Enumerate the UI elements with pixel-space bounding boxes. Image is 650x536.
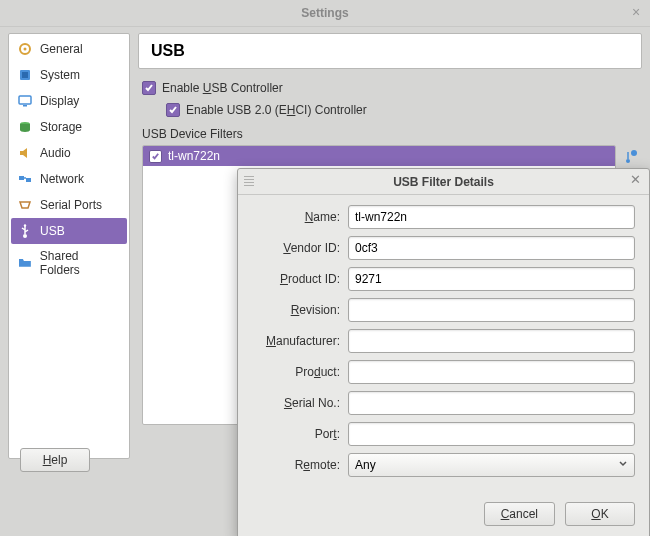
filter-item-label: tl-wn722n [168,149,220,163]
sidebar-item-serial-ports[interactable]: Serial Ports [11,192,127,218]
remote-select-value: Any [355,458,376,472]
port-label: Port: [252,427,348,441]
disk-icon [17,119,33,135]
product-id-label: Product ID: [252,272,348,286]
sidebar-item-label: Audio [40,146,71,160]
chevron-down-icon [618,458,628,472]
dialog-body: Name: Vendor ID: Product ID: Revision: M… [238,195,649,496]
gear-icon [17,41,33,57]
sidebar-item-label: Shared Folders [40,249,121,277]
svg-point-10 [24,224,26,226]
enable-ehci-label: Enable USB 2.0 (EHCI) Controller [186,103,367,117]
usb-icon [17,223,33,239]
window-close-button[interactable]: × [628,5,644,21]
sidebar-item-label: Network [40,172,84,186]
enable-ehci-checkbox[interactable] [166,103,180,117]
svg-rect-3 [22,72,28,78]
name-field[interactable] [348,205,635,229]
ok-button[interactable]: OK [565,502,635,526]
sidebar-item-shared-folders[interactable]: Shared Folders [11,244,127,282]
svg-rect-8 [26,178,31,182]
grip-icon [244,176,254,188]
enable-usb-label: Enable USB Controller [162,81,283,95]
serial-field[interactable] [348,391,635,415]
svg-rect-5 [23,105,27,107]
network-icon [17,171,33,187]
manufacturer-field[interactable] [348,329,635,353]
sidebar-item-usb[interactable]: USB [11,218,127,244]
help-button[interactable]: Help [20,448,90,472]
monitor-icon [17,93,33,109]
svg-rect-4 [19,96,31,104]
speaker-icon [17,145,33,161]
revision-label: Revision: [252,303,348,317]
svg-point-9 [23,234,27,238]
dialog-titlebar: USB Filter Details ✕ [238,169,649,195]
vendor-id-label: Vendor ID: [252,241,348,255]
sidebar-item-system[interactable]: System [11,62,127,88]
dialog-footer: Cancel OK [238,496,649,536]
sidebar-item-audio[interactable]: Audio [11,140,127,166]
chip-icon [17,67,33,83]
settings-sidebar: General System Display Storage Audio Net… [8,33,130,459]
sidebar-item-label: Storage [40,120,82,134]
product-label: Product: [252,365,348,379]
serial-icon [17,197,33,213]
product-field[interactable] [348,360,635,384]
window-title: Settings [0,6,650,20]
port-field[interactable] [348,422,635,446]
svg-point-11 [626,159,630,163]
usb-filter-item[interactable]: tl-wn722n [143,146,615,166]
vendor-id-field[interactable] [348,236,635,260]
enable-usb-row: Enable USB Controller [142,81,642,95]
name-label: Name: [252,210,348,224]
window-titlebar: Settings × [0,0,650,27]
svg-point-12 [631,150,637,156]
manufacturer-label: Manufacturer: [252,334,348,348]
filter-item-checkbox[interactable] [149,150,162,163]
enable-ehci-row: Enable USB 2.0 (EHCI) Controller [166,103,642,117]
filters-section-label: USB Device Filters [142,127,642,141]
svg-rect-7 [19,176,24,180]
sidebar-item-storage[interactable]: Storage [11,114,127,140]
serial-label: Serial No.: [252,396,348,410]
product-id-field[interactable] [348,267,635,291]
sidebar-item-label: Serial Ports [40,198,102,212]
usb-filter-details-dialog: USB Filter Details ✕ Name: Vendor ID: Pr… [237,168,650,536]
page-title: USB [138,33,642,69]
sidebar-item-label: Display [40,94,79,108]
sidebar-item-general[interactable]: General [11,36,127,62]
cancel-button[interactable]: Cancel [484,502,555,526]
sidebar-item-label: USB [40,224,65,238]
sidebar-item-network[interactable]: Network [11,166,127,192]
sidebar-item-display[interactable]: Display [11,88,127,114]
svg-point-1 [24,48,27,51]
dialog-close-button[interactable]: ✕ [627,173,643,189]
dialog-title: USB Filter Details [238,175,649,189]
remote-select[interactable]: Any [348,453,635,477]
sidebar-item-label: General [40,42,83,56]
add-empty-filter-button[interactable] [620,147,640,167]
enable-usb-checkbox[interactable] [142,81,156,95]
remote-label: Remote: [252,458,348,472]
revision-field[interactable] [348,298,635,322]
folder-icon [17,255,33,271]
sidebar-item-label: System [40,68,80,82]
